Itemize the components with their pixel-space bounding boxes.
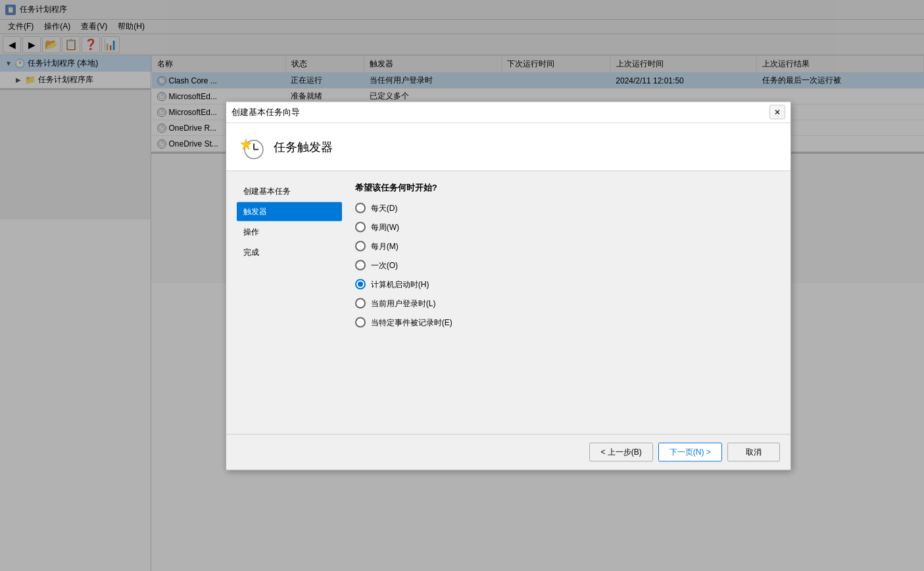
radio-label: 每周(W)	[371, 221, 399, 233]
dialog-header-title: 任务触发器	[274, 139, 333, 154]
radio-circle	[355, 279, 366, 290]
dialog-footer: < 上一步(B) 下一页(N) > 取消	[226, 434, 790, 469]
radio-item[interactable]: 每天(D)	[355, 202, 780, 214]
radio-circle	[355, 260, 366, 271]
radio-item[interactable]: 计算机启动时(H)	[355, 279, 780, 290]
wizard-step-complete[interactable]: 完成	[237, 242, 342, 262]
radio-circle	[355, 298, 366, 309]
radio-item[interactable]: 当前用户登录时(L)	[355, 298, 780, 309]
dialog-title: 创建基本任务向导	[231, 106, 300, 118]
radio-label: 计算机启动时(H)	[371, 279, 429, 290]
radio-circle	[355, 241, 366, 252]
radio-label: 当前用户登录时(L)	[371, 298, 436, 309]
wizard-steps: 创建基本任务 触发器 操作 完成	[237, 181, 342, 423]
dialog-close-button[interactable]: ✕	[769, 105, 785, 120]
radio-item[interactable]: 每周(W)	[355, 221, 780, 233]
dialog-body: 创建基本任务 触发器 操作 完成 希望该任务何时开始? 每天(D) 每周(W) …	[226, 171, 790, 434]
radio-label: 每天(D)	[371, 202, 398, 214]
create-task-wizard-dialog: 创建基本任务向导 ✕ 任务触发器 创建基本任务 触发器 操作 完成 希望该任务何…	[226, 101, 791, 470]
radio-circle	[355, 203, 366, 214]
prev-button[interactable]: < 上一步(B)	[589, 442, 652, 461]
radio-circle	[355, 222, 366, 233]
wizard-step-action[interactable]: 操作	[237, 222, 342, 241]
radio-item[interactable]: 当特定事件被记录时(E)	[355, 317, 780, 328]
wizard-question: 希望该任务何时开始?	[355, 181, 780, 193]
dialog-title-bar: 创建基本任务向导 ✕	[226, 102, 790, 123]
radio-label: 每月(M)	[371, 240, 399, 252]
radio-label: 一次(O)	[371, 260, 398, 271]
dialog-header: 任务触发器	[226, 123, 790, 171]
cancel-button[interactable]: 取消	[727, 442, 780, 461]
radio-item[interactable]: 每月(M)	[355, 240, 780, 252]
wizard-step-create[interactable]: 创建基本任务	[237, 181, 342, 200]
radio-circle	[355, 317, 366, 328]
radio-item[interactable]: 一次(O)	[355, 260, 780, 271]
wizard-step-trigger[interactable]: 触发器	[237, 202, 342, 221]
radio-group: 每天(D) 每周(W) 每月(M) 一次(O) 计算机启动时(H) 当前用户登录…	[355, 202, 780, 328]
next-button[interactable]: 下一页(N) >	[658, 442, 722, 461]
radio-label: 当特定事件被记录时(E)	[371, 317, 452, 328]
wizard-content: 希望该任务何时开始? 每天(D) 每周(W) 每月(M) 一次(O) 计算机启动…	[355, 181, 780, 423]
header-icon	[239, 133, 266, 160]
